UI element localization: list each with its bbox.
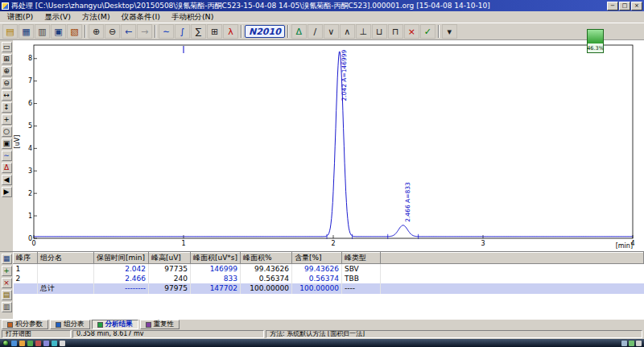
total-row[interactable]: 总计--------97975147702100.00000100.00000-… — [14, 283, 644, 294]
cell — [38, 264, 94, 274]
cell: 2.042 — [94, 264, 149, 274]
redo-button[interactable]: → — [137, 24, 152, 39]
tangent-skim-button[interactable]: ∕ — [308, 24, 323, 39]
tab-icon-component-table — [56, 322, 61, 328]
peak-edit-button[interactable]: Δ — [2, 163, 12, 173]
next-page-button[interactable]: ▶ — [2, 187, 12, 197]
tray-icon-0[interactable] — [621, 341, 627, 346]
taskbar-app-4[interactable] — [43, 341, 49, 346]
cell: TBB — [342, 274, 381, 283]
save-file-button[interactable]: ▦ — [19, 24, 34, 39]
wavelength-button[interactable]: λ — [223, 24, 238, 39]
split-peaks-button[interactable]: ⊓ — [388, 24, 403, 39]
y-tick-label: 1 — [28, 213, 32, 220]
cell: 833 — [191, 274, 241, 283]
column-header-7[interactable]: 峰类型 — [342, 253, 381, 264]
drop-line-button[interactable]: ⊥ — [356, 24, 371, 39]
tab-integration-params[interactable]: 积分参数 — [2, 320, 48, 329]
windows-taskbar — [0, 339, 644, 347]
accept-peak-button[interactable]: ✓ — [420, 24, 436, 39]
column-header-5[interactable]: 峰面积% — [241, 253, 292, 264]
tray-icon-1[interactable] — [629, 341, 634, 346]
expand-x-button[interactable]: ↔ — [2, 90, 12, 101]
column-header-6[interactable]: 含量[%] — [292, 253, 342, 264]
app-window: 再处理 [C:\Users\zhangyu\Desktop\20150508\溴… — [0, 0, 644, 347]
axis-setup-button[interactable]: ⊞ — [207, 24, 222, 39]
chromatogram-area[interactable]: 01234567801234[min][uV]2.042 A=1469992.4… — [13, 40, 644, 251]
minimize-button[interactable]: − — [607, 2, 618, 10]
taskbar-app-5[interactable] — [52, 341, 57, 346]
zoom-out-button[interactable]: ⊖ — [2, 78, 12, 89]
table-print-button[interactable]: ▥ — [2, 302, 12, 312]
menu-item-display[interactable]: 显示(V) — [39, 12, 76, 23]
select-button[interactable]: ▭ — [2, 42, 12, 52]
cell: 0.56374 — [241, 274, 292, 283]
shoulder-button[interactable]: ∧ — [340, 24, 355, 39]
baseline-edit-button[interactable]: ∼ — [2, 151, 12, 161]
taskbar-app-1[interactable] — [19, 341, 25, 346]
tab-analysis-results[interactable]: 分析结果 — [92, 320, 138, 329]
taskbar-app-0[interactable] — [11, 341, 17, 346]
cell: 100.00000 — [292, 283, 342, 294]
x-tick-label: 2 — [331, 240, 335, 247]
zoom-in-button[interactable]: ⊕ — [89, 24, 104, 39]
column-header-1[interactable]: 组分名 — [38, 253, 94, 264]
cell: 99.43626 — [241, 264, 292, 274]
zoom-in-button[interactable]: ⊕ — [2, 66, 12, 76]
toolbar-separator — [438, 25, 440, 38]
start-button[interactable] — [2, 340, 9, 346]
integrate-button[interactable]: ∫ — [175, 24, 190, 39]
y-axis-label: [uV] — [14, 135, 21, 149]
bottom-tabs: 积分参数组分表分析结果重复性 — [0, 319, 644, 329]
zoom-window-button[interactable]: ⊞ — [2, 54, 12, 64]
table-export-button[interactable]: ▤ — [2, 290, 12, 300]
menu-item-instrument[interactable]: 仪器条件(I) — [116, 12, 166, 23]
valley-button[interactable]: ∨ — [324, 24, 339, 39]
tray-icon-2[interactable] — [636, 341, 642, 346]
reset-view-button[interactable]: ○ — [2, 126, 12, 137]
column-header-3[interactable]: 峰高[uV] — [149, 253, 191, 264]
pan-button[interactable]: + — [2, 114, 12, 125]
row-edit-button[interactable]: ▦ — [2, 254, 12, 264]
cell: -------- — [94, 283, 149, 294]
table-row[interactable]: 22.4662408330.563740.56374TBB — [14, 274, 644, 283]
open-file-button[interactable]: ▤ — [2, 24, 18, 39]
report-button[interactable]: ▧ — [67, 24, 82, 39]
baseline-button[interactable]: ∼ — [159, 24, 174, 39]
overlay-button[interactable]: ▣ — [2, 138, 12, 149]
maximize-button[interactable]: □ — [619, 2, 630, 10]
menu-item-spectrum[interactable]: 谱图(P) — [2, 12, 39, 23]
copy-button[interactable]: ▣ — [51, 24, 66, 39]
zoom-out-button[interactable]: ⊖ — [105, 24, 120, 39]
taskbar-app-3[interactable] — [35, 341, 41, 346]
more-tools-button[interactable]: ▾ — [442, 24, 457, 39]
cell: 146999 — [191, 264, 241, 274]
merge-peaks-button[interactable]: ⊔ — [372, 24, 387, 39]
table-row[interactable]: 12.0429773514699999.4362699.43626SBV — [14, 264, 644, 274]
toolbar-separator — [85, 25, 86, 38]
print-button[interactable]: ▥ — [35, 24, 50, 39]
reject-peak-button[interactable]: × — [404, 24, 419, 39]
column-header-4[interactable]: 峰面积[uV*s] — [191, 253, 241, 264]
row-add-button[interactable]: + — [2, 266, 12, 276]
peak-marks-button[interactable]: Δ — [291, 24, 307, 39]
cell: 100.00000 — [241, 283, 292, 294]
plot-border — [34, 45, 633, 238]
prev-page-button[interactable]: ◀ — [2, 175, 12, 185]
taskbar-app-6[interactable] — [60, 341, 65, 346]
tab-component-table[interactable]: 组分表 — [50, 320, 90, 329]
column-header-0[interactable]: 峰序 — [14, 253, 38, 264]
column-header-2[interactable]: 保留时间[min] — [94, 253, 149, 264]
tab-repeatability[interactable]: 重复性 — [140, 320, 180, 329]
menu-item-manual-integration[interactable]: 手动积分(N) — [166, 12, 220, 23]
row-delete-button[interactable]: × — [2, 278, 12, 288]
expand-y-button[interactable]: ↕ — [2, 102, 12, 113]
sum-button[interactable]: ∑ — [191, 24, 206, 39]
taskbar-icons — [11, 341, 65, 346]
y-tick-label: 4 — [28, 145, 32, 152]
menu-item-method[interactable]: 方法(M) — [76, 12, 116, 23]
undo-button[interactable]: ← — [121, 24, 136, 39]
taskbar-app-2[interactable] — [27, 341, 33, 346]
y-tick-label: 8 — [28, 55, 32, 62]
close-button[interactable]: × — [631, 2, 642, 10]
